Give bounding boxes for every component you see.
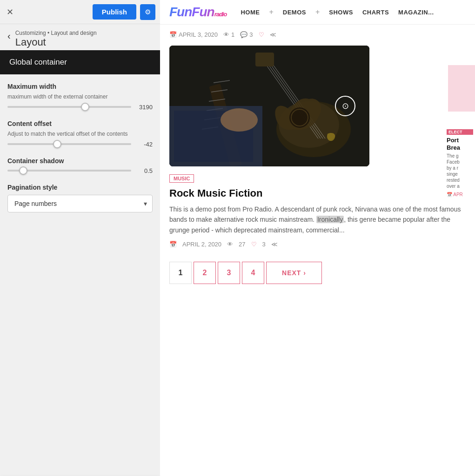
controls-area: Maximum width maximum width of the exter… [0,74,160,476]
heart-icon: ♡ [251,241,257,248]
article-image-wrap: ⊙ [169,46,369,166]
main-content: 📅 APRIL 3, 2020 👁 1 💬 3 ♡ ≪ [160,25,475,303]
views-top: 👁 1 [223,31,234,38]
article-meta: 📅 APRIL 2, 2020 👁 27 ♡ 3 ≪ [169,241,466,248]
calendar-icon-top: 📅 [169,31,177,38]
pagination-select-wrapper: Page numbers Load more button Infinite s… [7,195,153,212]
max-width-value: 3190 [136,104,153,111]
article-title: Rock Music Fiction [169,187,466,199]
page-3-button[interactable]: 3 [218,262,240,284]
nav-magazin[interactable]: MAGAZIN... [398,9,434,16]
site-logo: FunFunradio [169,5,227,20]
content-offset-desc: Adjust to match the vertical offset of t… [7,130,153,138]
container-shadow-value: 0.5 [136,167,153,174]
container-shadow-label: Container shadow [7,157,153,165]
article-card: ⊙ [169,46,466,166]
site-header: FunFunradio HOME + DEMOS + SHOWS CHARTS … [160,0,475,25]
svg-point-16 [289,107,310,128]
page-4-button[interactable]: 4 [242,262,264,284]
publish-button[interactable]: Publish [93,4,136,20]
content-offset-label: Content offset [7,120,153,127]
link-icon: ⊙ [342,101,349,111]
highlighted-word: Ironically [316,216,344,223]
svg-rect-15 [255,53,274,66]
meta-bar-top: 📅 APRIL 3, 2020 👁 1 💬 3 ♡ ≪ [169,25,466,42]
nav-plus-home[interactable]: + [269,8,273,16]
content-offset-value: -42 [136,141,153,148]
side-card-text: The gFacebby a rsingerestedover a [447,153,473,189]
article-date: APRIL 2, 2020 [182,241,221,248]
logo-sub: radio [214,11,227,18]
top-bar: ✕ Publish ⚙ [0,0,160,24]
share-top: ≪ [270,31,276,38]
side-card-date: 📅 APR [447,192,473,197]
article-likes: 3 [262,241,266,248]
article-views: 27 [239,241,245,248]
share-icon-top: ≪ [270,31,276,38]
article-date-top: 📅 APRIL 3, 2020 [169,31,218,38]
page-2-button[interactable]: 2 [194,262,216,284]
pagination-bar: 1 2 3 4 NEXT › [169,248,466,293]
content-offset-slider[interactable] [7,143,131,145]
left-panel: ✕ Publish ⚙ ‹ Customizing • Layout and d… [0,0,160,476]
share-icon: ≪ [271,241,278,248]
article-tag: MUSIC [169,174,194,183]
max-width-slider[interactable] [7,106,131,108]
breadcrumb-path: Customizing • Layout and design [15,30,97,36]
side-card-pink [448,65,475,112]
pagination-style-control: Pagination style Page numbers Load more … [7,184,153,212]
next-button[interactable]: NEXT › [266,262,322,284]
logo-text: FunFun [169,5,214,19]
site-nav: HOME + DEMOS + SHOWS CHARTS MAGAZIN... [241,8,466,16]
breadcrumb-title: Layout [15,36,97,48]
nav-charts[interactable]: CHARTS [362,9,389,16]
page-1-button[interactable]: 1 [169,262,192,284]
svg-point-20 [221,108,258,132]
container-shadow-slider[interactable] [7,170,131,172]
pagination-style-label: Pagination style [7,184,153,191]
article-info: MUSIC Rock Music Fiction This is a demo … [169,166,466,248]
side-card-tag: ELECT [447,129,473,135]
right-content: FunFunradio HOME + DEMOS + SHOWS CHARTS … [160,0,475,476]
date-text-top: APRIL 3, 2020 [179,31,218,38]
heart-icon-top: ♡ [259,31,264,38]
link-badge[interactable]: ⊙ [335,96,355,116]
close-button[interactable]: ✕ [5,5,15,19]
side-card-title: PortBrea [447,137,473,151]
article-excerpt: This is a demo post from Pro Radio. A de… [169,204,466,235]
likes-top: ♡ [259,31,264,38]
side-card-content: ELECT PortBrea The gFacebby a rsingerest… [445,126,475,201]
breadcrumb: ‹ Customizing • Layout and design Layout [0,24,160,50]
comments-top: 💬 3 [240,31,253,38]
max-width-desc: maximum width of the external container [7,93,153,101]
max-width-label: Maximum width [7,83,153,90]
nav-shows[interactable]: SHOWS [329,9,353,16]
nav-demos[interactable]: DEMOS [283,9,306,16]
eye-icon: 👁 [227,241,233,248]
eye-icon-top: 👁 [223,31,229,38]
pagination-select[interactable]: Page numbers Load more button Infinite s… [7,195,153,212]
calendar-icon: 📅 [169,241,177,248]
content-offset-control: Content offset Adjust to match the verti… [7,120,153,148]
nav-plus-demos[interactable]: + [315,8,320,16]
comment-icon-top: 💬 [240,31,248,38]
back-button[interactable]: ‹ [7,31,11,41]
settings-button[interactable]: ⚙ [140,4,155,20]
section-header: Global container [0,50,160,74]
max-width-control: Maximum width maximum width of the exter… [7,83,153,111]
container-shadow-control: Container shadow 0.5 [7,157,153,174]
nav-home[interactable]: HOME [241,9,260,16]
